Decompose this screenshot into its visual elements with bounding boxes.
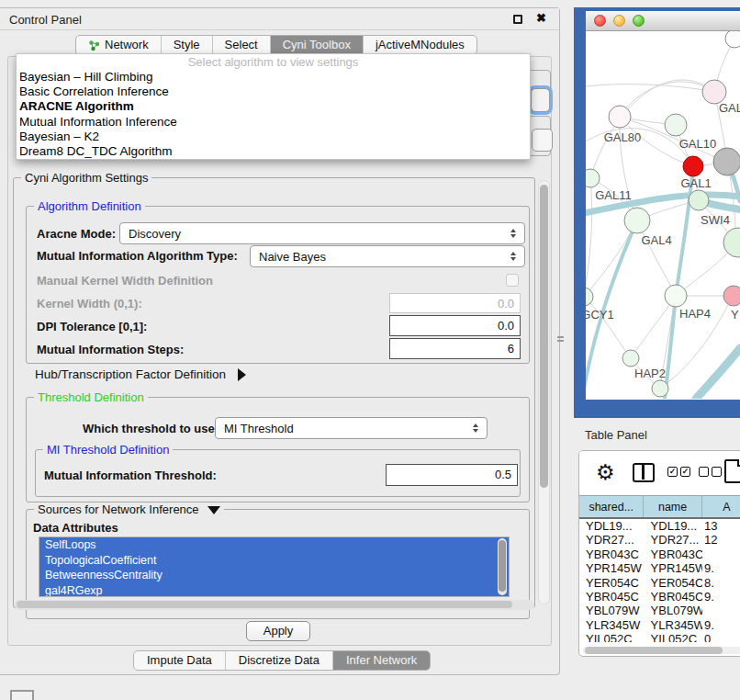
network-node[interactable] xyxy=(723,286,740,306)
tab-impute-data[interactable]: Impute Data xyxy=(134,651,226,670)
settings-horizontal-scrollbar[interactable] xyxy=(15,600,534,610)
network-node-gal1[interactable] xyxy=(713,148,740,175)
panel-divider-handle[interactable] xyxy=(557,334,566,345)
dropdown-item[interactable]: Basic Correlation Inference xyxy=(17,85,530,99)
scrollbar-thumb[interactable] xyxy=(17,601,512,608)
cell: YLR345W xyxy=(645,618,702,632)
network-node-gal10[interactable] xyxy=(665,114,687,136)
data-combo-arrow-button[interactable] xyxy=(532,129,553,152)
collapsed-panel-icon[interactable] xyxy=(10,690,34,700)
table-row[interactable]: YBR045C YBR045C 9. xyxy=(579,590,740,604)
column-header-partial[interactable]: A xyxy=(702,496,740,517)
settings-vertical-scrollbar[interactable] xyxy=(538,180,550,604)
dropdown-item[interactable]: Mutual Information Inference xyxy=(17,115,530,130)
table-row[interactable]: YIL052C YIL052C 0 xyxy=(579,632,740,642)
cell: YDL19... xyxy=(645,519,702,533)
dropdown-item[interactable]: Bayesian – Hill Climbing xyxy=(17,70,530,85)
node-label: GAL80 xyxy=(604,130,641,144)
data-attributes-list[interactable]: SelfLoops TopologicalCoefficient Between… xyxy=(39,536,510,597)
cyni-bottom-tabs: Impute Data Discretize Data Infer Networ… xyxy=(133,650,431,671)
network-view-frame: GAL GAL80 GAL10 GAL1 GAL11 SWI4 GAL4 GCY… xyxy=(586,11,740,400)
table-row[interactable]: YBL079W YBL079W xyxy=(579,604,740,617)
column-header-shared-name[interactable]: shared... xyxy=(579,496,644,517)
algorithm-combo-arrow-button[interactable] xyxy=(531,88,550,112)
table-row[interactable]: YBR043C YBR043C xyxy=(579,548,740,561)
table-row[interactable]: YPR145W YPR145W 9. xyxy=(579,561,740,575)
mi-algorithm-type-combo[interactable]: Naive Bayes xyxy=(250,245,525,267)
table-row[interactable]: YER054C YER054C 8. xyxy=(579,576,740,590)
tab-cyni-toolbox[interactable]: Cyni Toolbox xyxy=(271,36,364,54)
sources-group-title[interactable]: Sources for Network Inference xyxy=(34,502,224,516)
network-node-gal11[interactable] xyxy=(586,169,600,187)
table-row[interactable]: YLR345W YLR345W 9. xyxy=(579,618,740,632)
which-threshold-combo[interactable]: MI Threshold xyxy=(215,417,488,439)
aracne-mode-combo[interactable]: Discovery xyxy=(119,222,525,244)
table-row[interactable]: YDR27... YDR27... 12 xyxy=(579,533,740,547)
dpi-tolerance-input[interactable]: 0.0 xyxy=(389,315,521,336)
mi-threshold-definition-title: MI Threshold Definition xyxy=(43,443,173,457)
network-node[interactable] xyxy=(652,380,668,397)
network-node[interactable] xyxy=(725,31,740,48)
tab-cyni-toolbox-label: Cyni Toolbox xyxy=(283,36,351,54)
minimize-traffic-light-icon[interactable] xyxy=(613,15,625,27)
tab-network[interactable]: Network xyxy=(76,36,162,54)
mi-steps-input[interactable]: 6 xyxy=(389,338,521,359)
tab-jactivemnodules[interactable]: jActiveMNodules xyxy=(364,36,477,54)
network-node-hap2[interactable] xyxy=(622,350,639,367)
tab-select[interactable]: Select xyxy=(213,36,271,54)
export-table-icon[interactable] xyxy=(724,459,740,483)
list-item[interactable]: BetweennessCentrality xyxy=(39,568,509,583)
select-all-checkboxes-icon[interactable]: ✓✓ xyxy=(667,467,690,477)
network-node[interactable] xyxy=(723,228,740,257)
dropdown-item[interactable]: Dream8 DC_TDC Algorithm xyxy=(17,144,530,159)
aracne-mode-value: Discovery xyxy=(129,227,508,241)
network-canvas[interactable]: GAL GAL80 GAL10 GAL1 GAL11 SWI4 GAL4 GCY… xyxy=(586,31,740,399)
tab-jactivemnodules-label: jActiveMNodules xyxy=(376,36,465,54)
kernel-width-input[interactable]: 0.0 xyxy=(389,293,521,313)
close-icon[interactable]: ✖ xyxy=(536,11,546,25)
mi-algorithm-type-label: Mutual Information Algorithm Type: xyxy=(37,249,238,263)
cell: YPR145W xyxy=(579,561,645,575)
network-node-gal80[interactable] xyxy=(609,106,631,128)
close-traffic-light-icon[interactable] xyxy=(594,15,606,27)
hub-transcription-section-toggle[interactable]: Hub/Transcription Factor Definition xyxy=(35,367,246,381)
network-window-titlebar xyxy=(586,11,740,31)
cell: 13 xyxy=(702,519,740,533)
column-header-name[interactable]: name xyxy=(644,496,701,517)
table-body: YDL19... YDL19... 13 YDR27... YDR27... 1… xyxy=(579,519,740,642)
algorithm-definition-title: Algorithm Definition xyxy=(34,199,145,213)
tab-discretize-data[interactable]: Discretize Data xyxy=(226,651,333,670)
list-item[interactable]: TopologicalCoefficient xyxy=(39,553,509,569)
dropdown-item-highlighted[interactable]: ARACNE Algorithm xyxy=(17,99,530,114)
network-node-swi4[interactable] xyxy=(689,190,709,210)
network-node-hap4[interactable] xyxy=(665,285,687,307)
zoom-traffic-light-icon[interactable] xyxy=(633,15,645,27)
attributes-list-scrollbar[interactable] xyxy=(498,538,507,595)
network-node-gcy1[interactable] xyxy=(586,288,593,306)
dropdown-item[interactable]: Bayesian – K2 xyxy=(17,130,530,144)
split-columns-icon[interactable] xyxy=(633,463,655,482)
apply-button[interactable]: Apply xyxy=(246,621,310,641)
tab-infer-network[interactable]: Infer Network xyxy=(333,651,430,670)
threshold-definition-title: Threshold Definition xyxy=(34,390,148,404)
list-item[interactable]: SelfLoops xyxy=(39,537,509,553)
float-window-icon[interactable] xyxy=(513,15,522,24)
scrollbar-thumb[interactable] xyxy=(540,185,548,488)
gear-icon[interactable]: ⚙ xyxy=(596,460,615,485)
network-node-selected[interactable] xyxy=(683,156,703,176)
table-row[interactable]: YDL19... YDL19... 13 xyxy=(579,519,740,533)
manual-kernel-width-label: Manual Kernel Width Definition xyxy=(37,274,213,288)
network-node-gal4[interactable] xyxy=(624,208,650,233)
cell: YER054C xyxy=(645,576,702,590)
node-label: GCY1 xyxy=(586,308,614,322)
deselect-all-checkboxes-icon[interactable] xyxy=(699,467,722,477)
algorithm-dropdown-popup: Select algorithm to view settings Bayesi… xyxy=(16,53,531,160)
mi-threshold-input[interactable]: 0.5 xyxy=(386,464,518,486)
scrollbar-thumb[interactable] xyxy=(499,540,506,592)
manual-kernel-width-checkbox[interactable] xyxy=(506,274,519,287)
list-item[interactable]: gal4RGexp xyxy=(39,583,509,598)
scrollbar-thumb[interactable] xyxy=(585,647,723,654)
tab-style[interactable]: Style xyxy=(162,36,213,54)
cell: YBR045C xyxy=(645,590,702,604)
table-horizontal-scrollbar[interactable] xyxy=(583,647,740,654)
